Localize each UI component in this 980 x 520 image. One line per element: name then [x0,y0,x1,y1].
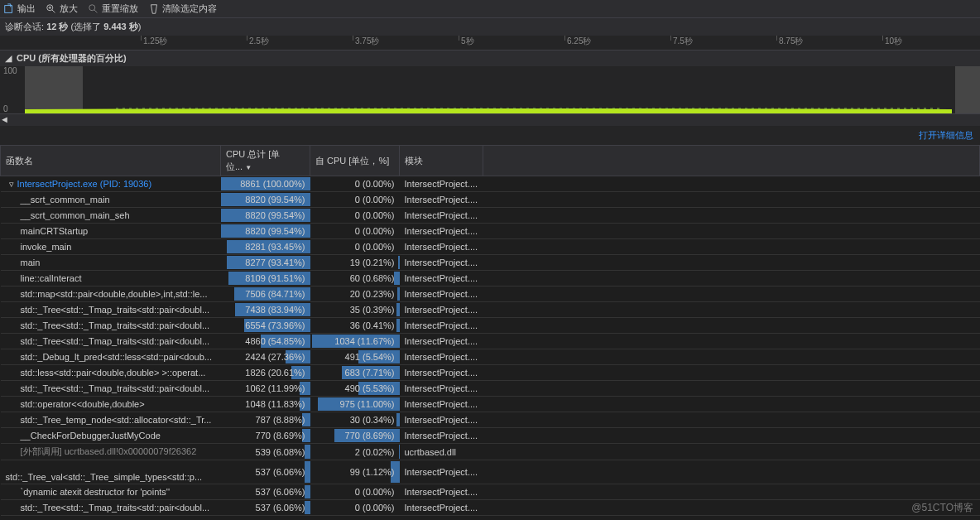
table-row[interactable]: std::_Tree_temp_node<std::allocator<std:… [1,412,980,428]
zoom-in-button[interactable]: 放大 [46,2,78,15]
table-row[interactable]: __scrt_common_main_seh8820 (99.54%)0 (0.… [1,208,980,224]
output-button[interactable]: 输出 [3,2,36,15]
table-row[interactable]: std::map<std::pair<double,double>,int,st… [1,286,980,302]
cpu-total-value: 537 (6.06%) [256,467,305,477]
function-name: __CheckForDebuggerJustMyCode [21,431,161,441]
table-row[interactable]: invoke_main8281 (93.45%)0 (0.00%)Interse… [1,239,980,255]
session-total: 12 秒 [46,22,68,31]
table-row[interactable]: std::_Debug_lt_pred<std::less<std::pair<… [1,349,980,365]
time-ruler[interactable]: 1.25秒2.5秒3.75秒5秒6.25秒7.5秒8.75秒10秒 [0,36,980,51]
table-row[interactable]: mainCRTStartup8820 (99.54%)0 (0.00%)Inte… [1,224,980,239]
cpu-total-value: 8820 (99.54%) [245,226,305,236]
cpu-self-value: 99 (1.12%) [350,467,395,477]
cpu-self-value: 975 (11.00%) [339,399,394,409]
svg-line-6 [94,9,98,12]
table-row[interactable]: [外部调用] ucrtbased.dll!0x00000079f26362539… [1,444,980,460]
zoom-in-label: 放大 [60,2,78,15]
function-name: `dynamic atexit destructor for 'points'' [21,487,171,497]
table-row[interactable]: `dynamic atexit destructor for 'points''… [1,484,980,500]
session-sel-prefix: (选择了 [68,22,103,31]
function-name: std::_Debug_lt_pred<std::less<std::pair<… [21,352,212,362]
cpu-total-value: 8861 (100.00%) [240,179,305,189]
module-name: IntersectProject.... [400,397,483,412]
function-name: std::_Tree<std::_Tmap_traits<std::pair<d… [21,305,210,315]
table-row[interactable]: std::_Tree<std::_Tmap_traits<std::pair<d… [1,334,980,349]
cpu-self-value: 490 (5.53%) [345,383,395,393]
col-function-name[interactable]: 函数名 [1,146,221,176]
tree-toggle-icon[interactable]: ▿ [9,179,17,190]
reset-zoom-label: 重置缩放 [102,2,138,15]
cpu-total-value: 537 (6.06%) [256,503,305,513]
ruler-tick: 8.75秒 [776,36,803,41]
cpu-ymax: 100 [3,66,17,75]
cpu-total-value: 1062 (11.99%) [245,383,305,393]
reset-zoom-button[interactable]: 重置缩放 [88,2,138,15]
function-name: std::_Tree<std::_Tmap_traits<std::pair<d… [21,503,210,513]
table-row[interactable]: __CheckForDebuggerJustMyCode770 (8.69%)7… [1,428,980,444]
function-name: main [21,258,41,267]
svg-line-2 [52,9,55,12]
table-row[interactable]: std::_Tree_val<std::_Tree_simple_types<s… [1,460,980,484]
cpu-self-value: 35 (0.39%) [350,305,395,315]
zoom-in-icon [46,3,57,15]
cpu-total-value: 8277 (93.41%) [245,258,305,267]
table-row[interactable]: __scrt_common_main8820 (99.54%)0 (0.00%)… [1,192,980,208]
module-name: IntersectProject.... [400,460,483,484]
module-name: IntersectProject.... [400,224,483,239]
col-cpu-self[interactable]: 自 CPU [单位，%] [310,146,400,176]
cpu-header-label: CPU (所有处理器的百分比) [17,52,127,65]
module-name: IntersectProject.... [400,318,483,334]
ruler-tick: 1.25秒 [141,36,167,41]
module-name: IntersectProject.... [400,176,483,192]
col-cpu-total[interactable]: CPU 总计 [单位...▼ [221,146,310,176]
cpu-total-value: 1048 (11.83%) [245,399,305,409]
table-row[interactable]: ▿IntersectProject.exe (PID: 19036)8861 (… [1,176,980,192]
table-row[interactable]: std::_Tree<std::_Tmap_traits<std::pair<d… [1,381,980,397]
sort-desc-icon: ▼ [243,164,252,171]
cpu-chart[interactable]: 100 0 [0,66,980,114]
horizontal-scrollbar[interactable]: ◄ [0,114,980,126]
chevron-down-icon: ◢ [5,53,13,64]
clear-selection-button[interactable]: 清除选定内容 [148,2,217,15]
open-details-link[interactable]: 打开详细信息 [0,126,980,145]
cpu-total-value: 8820 (99.54%) [245,195,305,205]
function-name: mainCRTStartup [21,226,89,236]
table-row[interactable]: std::operator<<double,double>1048 (11.83… [1,397,980,412]
col-cpu-total-label: CPU 总计 [单位... [226,149,280,171]
cpu-self-value: 20 (0.23%) [350,289,395,299]
function-name: std::_Tree<std::_Tmap_traits<std::pair<d… [21,383,210,393]
table-row[interactable]: std::_Tree<std::_Tmap_traits<std::pair<d… [1,318,980,334]
session-info: 诊断会话: 12 秒 (选择了 9.443 秒) [0,18,980,36]
function-name: IntersectProject.exe (PID: 19036) [17,179,152,189]
cpu-total-value: 2424 (27.36%) [245,352,305,362]
cpu-self-value: 770 (8.69%) [345,431,395,441]
cpu-total-value: 7506 (84.71%) [245,289,305,299]
module-name: IntersectProject.... [400,412,483,428]
session-selected: 9.443 秒 [103,22,138,31]
cpu-self-value: 0 (0.00%) [355,487,395,497]
cpu-total-value: 537 (6.06%) [256,487,305,497]
function-name: std::_Tree_temp_node<std::allocator<std:… [21,415,212,425]
function-name: std::_Tree<std::_Tmap_traits<std::pair<d… [21,336,210,346]
cpu-self-value: 0 (0.00%) [355,210,395,220]
table-row[interactable]: std::less<std::pair<double,double> >::op… [1,365,980,381]
function-name: line::calInteract [21,273,82,283]
table-row[interactable]: std::_Tree<std::_Tmap_traits<std::pair<d… [1,302,980,318]
table-row[interactable]: std::_Tree<std::_Tmap_traits<std::pair<d… [1,500,980,516]
cpu-total-value: 1826 (20.61%) [245,368,305,378]
cpu-total-value: 8109 (91.51%) [245,273,305,283]
module-name: IntersectProject.... [400,286,483,302]
col-module[interactable]: 模块 [400,146,483,176]
cpu-section-header[interactable]: ◢ CPU (所有处理器的百分比) [0,51,980,66]
cpu-self-value: 19 (0.21%) [350,258,395,267]
table-row[interactable]: main8277 (93.41%)19 (0.21%)IntersectProj… [1,255,980,271]
ruler-tick: 7.5秒 [670,36,693,41]
ruler-tick: 3.75秒 [353,36,379,41]
function-name: std::operator<<double,double> [21,399,145,409]
table-row[interactable]: line::calInteract8109 (91.51%)60 (0.68%)… [1,271,980,286]
module-name: IntersectProject.... [400,255,483,271]
function-name: std::_Tree_val<std::_Tree_simple_types<s… [6,472,203,482]
function-name: invoke_main [21,242,72,252]
cpu-self-value: 0 (0.00%) [355,503,395,513]
cpu-total-value: 8281 (93.45%) [245,242,305,252]
